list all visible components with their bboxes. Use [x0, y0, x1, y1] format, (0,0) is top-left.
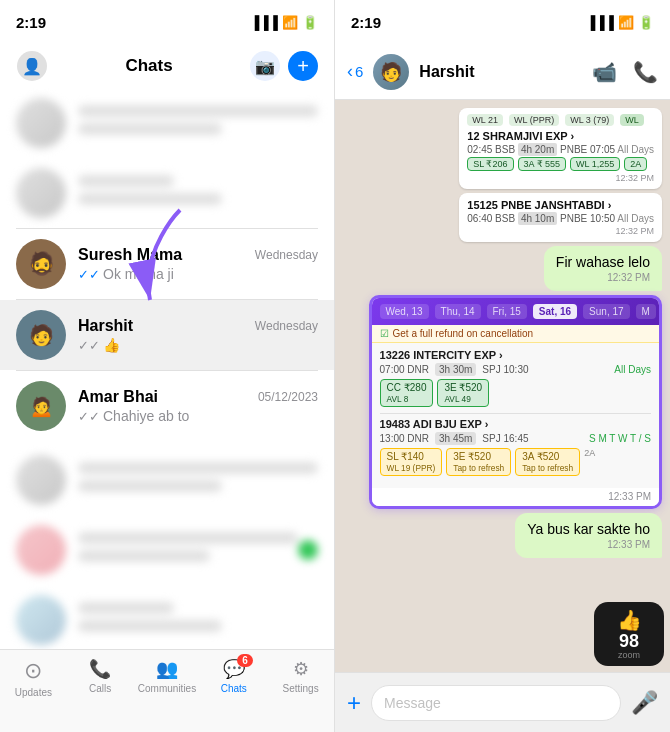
messages-area: WL 21 WL (PPR) WL 3 (79) WL 12 SHRAMJIVI… [335, 100, 670, 672]
irctc-date-header: Wed, 13 Thu, 14 Fri, 15 Sat, 16 Sun, 17 … [372, 298, 659, 325]
read-receipt-icon: ✓✓ [78, 267, 100, 282]
message-preview: ✓✓ 👍 [78, 337, 318, 353]
class-badge: 2A [624, 157, 647, 171]
right-status-bar: 2:19 ▐▐▐ 📶 🔋 [335, 0, 670, 44]
irctc-time-info: 13:00 DNR 3h 45m SPJ 16:45 S M T W T / S [380, 432, 651, 445]
list-item[interactable] [0, 88, 334, 158]
tab-settings-label: Settings [283, 683, 319, 694]
thumbs-up-icon: 👍 [602, 608, 656, 632]
tab-communities-label: Communities [138, 683, 196, 694]
list-item[interactable]: 🧔 Suresh Mama Wednesday ✓✓ Ok mama ji [0, 229, 334, 299]
date-tab-selected: Sat, 16 [533, 304, 577, 319]
date-tab: Fri, 15 [487, 304, 527, 319]
communities-icon: 👥 [156, 658, 178, 680]
zoom-number: 98 [602, 632, 656, 650]
irctc-train-name: 13226 INTERCITY EXP › [380, 349, 651, 361]
avatar: 🧑 [16, 310, 66, 360]
settings-icon: ⚙ [293, 658, 309, 680]
chat-info: Harshit Wednesday ✓✓ 👍 [78, 317, 318, 353]
irctc-seat-info: CC ₹280AVL 8 3E ₹520AVL 49 [380, 379, 651, 407]
chat-info: Suresh Mama Wednesday ✓✓ Ok mama ji [78, 246, 318, 282]
left-panel: 2:19 ▐▐▐ 📶 🔋 👤 Chats 📷 + [0, 0, 335, 732]
blurred-name [78, 532, 298, 544]
date-tab: Sun, 17 [583, 304, 629, 319]
text-message-2: Ya bus kar sakte ho 12:33 PM [515, 513, 662, 558]
back-button[interactable]: ‹ 6 [347, 61, 363, 82]
message-preview: ✓✓ Chahiye ab to [78, 408, 318, 424]
blurred-name [78, 105, 318, 117]
blurred-preview [78, 550, 210, 562]
avatar [16, 455, 66, 505]
read-receipt-icon: ✓✓ [78, 338, 100, 353]
blurred-preview [78, 620, 222, 632]
contact-name-header: Harshit [419, 63, 582, 81]
list-item[interactable] [0, 158, 334, 228]
left-status-bar: 2:19 ▐▐▐ 📶 🔋 [0, 0, 334, 44]
updates-icon: ⊙ [24, 658, 42, 684]
avatar [16, 168, 66, 218]
train1-route: 02:45 BSB 4h 20m PNBE 07:05 All Days [467, 144, 654, 155]
list-item[interactable]: 🙍 Amar Bhai 05/12/2023 ✓✓ Chahiye ab to [0, 371, 334, 441]
refund-banner: ☑ Get a full refund on cancellation [372, 325, 659, 343]
tab-calls[interactable]: 📞 Calls [67, 658, 134, 694]
reply-icon[interactable]: ↩ [661, 390, 662, 414]
signal-icon: ▐▐▐ [250, 15, 278, 30]
avatar: 🧔 [16, 239, 66, 289]
irctc-screenshot-message: Wed, 13 Thu, 14 Fri, 15 Sat, 16 Sun, 17 … [369, 295, 662, 509]
avatar [16, 525, 66, 575]
name-time-row: Amar Bhai 05/12/2023 [78, 388, 318, 406]
new-chat-button[interactable]: + [288, 51, 318, 81]
header-actions: 📹 📞 [592, 60, 658, 84]
chat-list: 🧔 Suresh Mama Wednesday ✓✓ Ok mama ji 🧑 … [0, 88, 334, 649]
message-time: 05/12/2023 [258, 390, 318, 404]
tab-communities[interactable]: 👥 Communities [134, 658, 201, 694]
profile-icon-btn[interactable]: 👤 [16, 50, 48, 82]
train2-route: 06:40 BSB 4h 10m PNBE 10:50 All Days [467, 213, 654, 224]
list-item[interactable] [0, 445, 334, 515]
text-message-1: Fir wahase lelo 12:32 PM [544, 246, 662, 291]
irctc-train-name: 19483 ADI BJU EXP › [380, 418, 651, 430]
zoom98-badge: 👍 98 zoom [594, 602, 664, 667]
contact-name: Harshit [78, 317, 133, 335]
tab-chats[interactable]: 💬 6 Chats [200, 658, 267, 694]
chats-header: 👤 Chats 📷 + [0, 44, 334, 88]
irctc-train-item: 19483 ADI BJU EXP › 13:00 DNR 3h 45m SPJ… [380, 418, 651, 476]
name-time-row: Suresh Mama Wednesday [78, 246, 318, 264]
tab-updates[interactable]: ⊙ Updates [0, 658, 67, 698]
divider [380, 413, 651, 414]
class-badge: WL 1,255 [570, 157, 620, 171]
chats-title: Chats [48, 56, 250, 76]
tab-settings[interactable]: ⚙ Settings [267, 658, 334, 694]
date-tab: Wed, 13 [380, 304, 429, 319]
blurred-name [78, 175, 174, 187]
tab-chats-label: Chats [221, 683, 247, 694]
list-item[interactable] [0, 585, 334, 649]
tab-bar: ⊙ Updates 📞 Calls 👥 Communities 💬 6 Chat… [0, 649, 334, 732]
contact-name: Amar Bhai [78, 388, 158, 406]
wifi-icon: 📶 [618, 15, 634, 30]
list-item[interactable] [0, 515, 334, 585]
message-time: Wednesday [255, 248, 318, 262]
zoom-sub: zoom [602, 650, 656, 660]
camera-icon-btn[interactable]: 📷 [250, 51, 280, 81]
phone-call-icon[interactable]: 📞 [633, 60, 658, 84]
tab-calls-label: Calls [89, 683, 111, 694]
mic-button[interactable]: 🎤 [631, 690, 658, 716]
back-count: 6 [355, 63, 363, 80]
message-time: Wednesday [255, 319, 318, 333]
msg-timestamp: 12:33 PM [527, 539, 650, 550]
message-input[interactable]: Message [371, 685, 621, 721]
video-call-icon[interactable]: 📹 [592, 60, 617, 84]
list-item[interactable]: 🧑 Harshit Wednesday ✓✓ 👍 [0, 300, 334, 370]
wifi-icon: 📶 [282, 15, 298, 30]
attachment-button[interactable]: + [347, 689, 361, 717]
train1-name: 12 SHRAMJIVI EXP › [467, 130, 654, 142]
chat-info [78, 105, 318, 141]
train2-name: 15125 PNBE JANSHTABDI › [467, 199, 654, 211]
irctc-train-list: 13226 INTERCITY EXP › 07:00 DNR 3h 30m S… [372, 343, 659, 488]
chat-info: Amar Bhai 05/12/2023 ✓✓ Chahiye ab to [78, 388, 318, 424]
right-status-icons: ▐▐▐ 📶 🔋 [586, 15, 654, 30]
blurred-preview [78, 480, 222, 492]
left-status-icons: ▐▐▐ 📶 🔋 [250, 15, 318, 30]
calls-icon: 📞 [89, 658, 111, 680]
